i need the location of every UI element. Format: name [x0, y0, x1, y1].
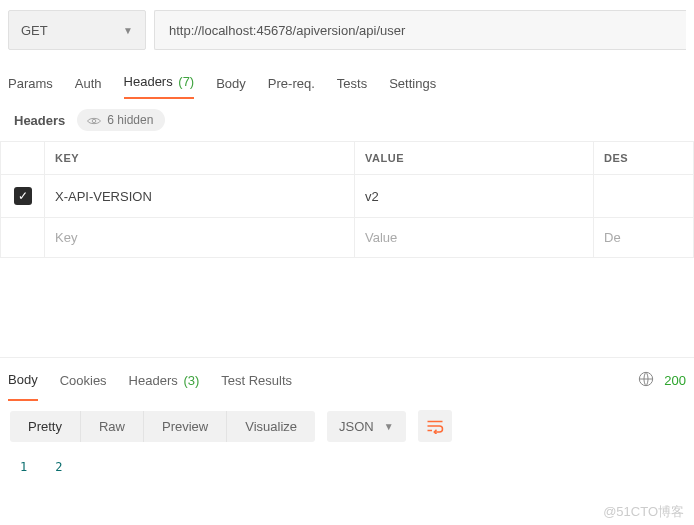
- resp-tab-headers-label: Headers: [129, 373, 178, 388]
- response-type-select[interactable]: JSON ▼: [327, 411, 406, 442]
- wrap-icon: [426, 418, 444, 434]
- http-method-value: GET: [21, 23, 48, 38]
- tab-params[interactable]: Params: [8, 76, 53, 99]
- status-code: 200: [664, 373, 686, 388]
- url-input[interactable]: http://localhost:45678/apiversion/api/us…: [154, 10, 686, 50]
- table-row: ✓ X-API-VERSION v2: [1, 175, 694, 218]
- view-visualize-button[interactable]: Visualize: [227, 411, 315, 442]
- tab-headers-label: Headers: [124, 74, 173, 89]
- resp-tab-test-results[interactable]: Test Results: [221, 361, 292, 400]
- resp-tab-body[interactable]: Body: [8, 360, 38, 401]
- headers-label: Headers: [14, 113, 65, 128]
- header-col-check: [1, 142, 45, 175]
- http-method-select[interactable]: GET ▼: [8, 10, 146, 50]
- row-value[interactable]: v2: [355, 175, 594, 218]
- chevron-down-icon: ▼: [123, 25, 133, 36]
- row-desc-placeholder[interactable]: De: [594, 218, 694, 258]
- tab-headers-count: (7): [178, 74, 194, 89]
- headers-table: KEY VALUE DES ✓ X-API-VERSION v2 Key Val…: [0, 141, 694, 258]
- resp-tab-cookies[interactable]: Cookies: [60, 361, 107, 400]
- checkbox-checked-icon: ✓: [14, 187, 32, 205]
- url-value: http://localhost:45678/apiversion/api/us…: [169, 23, 405, 38]
- hidden-headers-text: 6 hidden: [107, 113, 153, 127]
- view-pretty-button[interactable]: Pretty: [10, 411, 81, 442]
- row-value-placeholder[interactable]: Value: [355, 218, 594, 258]
- row-key[interactable]: X-API-VERSION: [45, 175, 355, 218]
- line-number: 1: [20, 460, 27, 474]
- table-row: Key Value De: [1, 218, 694, 258]
- tab-headers[interactable]: Headers (7): [124, 74, 195, 99]
- line-number: 2: [55, 460, 62, 474]
- tab-body[interactable]: Body: [216, 76, 246, 99]
- eye-icon: [87, 115, 101, 125]
- tab-settings[interactable]: Settings: [389, 76, 436, 99]
- response-type-value: JSON: [339, 419, 374, 434]
- row-checkbox-cell[interactable]: [1, 218, 45, 258]
- response-tabs: Body Cookies Headers (3) Test Results 20…: [0, 358, 694, 402]
- header-col-key: KEY: [45, 142, 355, 175]
- hidden-headers-toggle[interactable]: 6 hidden: [77, 109, 165, 131]
- resp-tab-headers-count: (3): [183, 373, 199, 388]
- tab-auth[interactable]: Auth: [75, 76, 102, 99]
- globe-icon[interactable]: [638, 371, 654, 390]
- row-key-placeholder[interactable]: Key: [45, 218, 355, 258]
- watermark: @51CTO博客: [603, 503, 684, 521]
- tab-tests[interactable]: Tests: [337, 76, 367, 99]
- view-mode-group: Pretty Raw Preview Visualize: [10, 411, 315, 442]
- row-desc[interactable]: [594, 175, 694, 218]
- view-preview-button[interactable]: Preview: [144, 411, 227, 442]
- tab-prereq[interactable]: Pre-req.: [268, 76, 315, 99]
- line-gutter: 1 2: [0, 450, 694, 474]
- headers-subbar: Headers 6 hidden: [0, 99, 694, 141]
- response-panel: Body Cookies Headers (3) Test Results 20…: [0, 357, 694, 474]
- wrap-lines-button[interactable]: [418, 410, 452, 442]
- header-col-desc: DES: [594, 142, 694, 175]
- row-checkbox-cell[interactable]: ✓: [1, 175, 45, 218]
- header-col-value: VALUE: [355, 142, 594, 175]
- view-mode-row: Pretty Raw Preview Visualize JSON ▼: [0, 402, 694, 450]
- chevron-down-icon: ▼: [384, 421, 394, 432]
- view-raw-button[interactable]: Raw: [81, 411, 144, 442]
- request-tabs: Params Auth Headers (7) Body Pre-req. Te…: [0, 60, 694, 99]
- svg-point-0: [93, 119, 97, 123]
- resp-tab-headers[interactable]: Headers (3): [129, 361, 200, 400]
